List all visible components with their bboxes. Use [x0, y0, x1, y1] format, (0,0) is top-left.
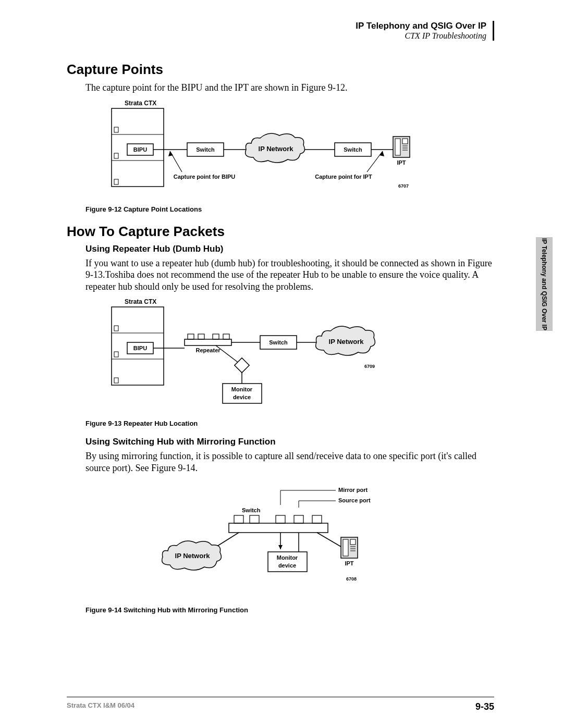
svg-rect-28 [114, 378, 118, 383]
label-ipt: IPT [397, 159, 406, 166]
svg-rect-14 [395, 139, 400, 155]
label-monitor14: Monitor [277, 554, 298, 561]
svg-rect-35 [223, 334, 229, 339]
label-device14: device [278, 562, 296, 569]
svg-rect-4 [114, 153, 118, 158]
svg-rect-61 [350, 539, 356, 545]
svg-rect-32 [188, 334, 194, 339]
label-figid12: 6707 [398, 183, 409, 189]
section-capture-points-body: The capture point for the BIPU and the I… [85, 82, 494, 94]
subsection-repeater-body: If you want to use a repeater hub (dumb … [85, 257, 494, 293]
figure-9-13: Strata CTX BIPU Repeater Switch [85, 298, 494, 414]
label-cap-ipt: Capture point for IPT [315, 174, 372, 180]
svg-rect-60 [343, 539, 348, 556]
label-figid13: 6709 [364, 364, 375, 369]
svg-rect-27 [114, 352, 118, 357]
svg-rect-3 [114, 127, 118, 132]
figure-9-13-caption: Figure 9-13 Repeater Hub Location [85, 419, 494, 427]
page-footer: Strata CTX I&M 06/04 9-35 [67, 697, 494, 712]
label-ipnetwork13: IP Network [329, 338, 364, 346]
label-bipu13: BIPU [133, 345, 147, 351]
svg-rect-31 [185, 339, 231, 346]
label-cap-bipu: Capture point for BIPU [174, 174, 236, 180]
svg-rect-40 [235, 358, 249, 373]
footer-page-number: 9-35 [475, 701, 494, 712]
svg-rect-48 [312, 515, 322, 523]
svg-rect-46 [276, 515, 285, 523]
header-title: IP Telephony and QSIG Over IP [67, 21, 486, 31]
header-subtitle: CTX IP Troubleshooting [67, 31, 486, 41]
svg-rect-33 [198, 334, 204, 339]
section-capture-points-title: Capture Points [67, 61, 494, 78]
subsection-repeater-title: Using Repeater Hub (Dumb Hub) [85, 244, 494, 254]
svg-rect-47 [294, 515, 303, 523]
subsection-switching-title: Using Switching Hub with Mirroring Funct… [85, 437, 494, 447]
section-how-to-capture-title: How To Capture Packets [67, 224, 494, 240]
svg-marker-55 [278, 545, 283, 549]
label-monitor13: Monitor [231, 386, 253, 392]
svg-rect-45 [250, 515, 259, 523]
svg-rect-5 [114, 179, 118, 184]
label-switch2: Switch [344, 146, 362, 153]
label-device13: device [233, 394, 251, 400]
label-ipnetwork14: IP Network [175, 552, 211, 560]
label-repeater13: Repeater [195, 347, 221, 353]
side-tab-label: IP Telephony and QSIG Over IP [541, 238, 548, 330]
label-mirror14: Mirror port [338, 487, 368, 493]
svg-rect-15 [402, 139, 408, 144]
side-tab: IP Telephony and QSIG Over IP [536, 237, 553, 331]
label-ipt14: IPT [345, 560, 353, 566]
figure-9-14-caption: Figure 9-14 Switching Hub with Mirroring… [85, 606, 494, 614]
svg-rect-44 [234, 515, 243, 523]
figure-9-12: Strata CTX BIPU Switch IP Network Sw [85, 99, 494, 200]
svg-rect-43 [229, 523, 328, 533]
label-switch13: Switch [269, 339, 288, 346]
label-source14: Source port [338, 497, 371, 503]
label-strata13: Strata CTX [125, 298, 156, 305]
label-switch14: Switch [242, 507, 261, 513]
label-ipnetwork: IP Network [259, 145, 294, 153]
label-strata: Strata CTX [125, 100, 156, 107]
svg-rect-26 [114, 326, 118, 331]
figure-9-14: Switch Mirror port Source port IP Networ… [85, 479, 494, 601]
svg-rect-34 [213, 334, 219, 339]
svg-line-58 [317, 533, 341, 547]
label-figid14: 6708 [346, 576, 357, 582]
label-bipu: BIPU [133, 146, 147, 153]
page-header: IP Telephony and QSIG Over IP CTX IP Tro… [67, 21, 494, 41]
footer-left: Strata CTX I&M 06/04 [67, 701, 134, 712]
subsection-switching-body: By using mirroring function, it is possi… [85, 450, 494, 474]
label-switch1: Switch [196, 146, 215, 153]
figure-9-12-caption: Figure 9-12 Capture Point Locations [85, 205, 494, 213]
